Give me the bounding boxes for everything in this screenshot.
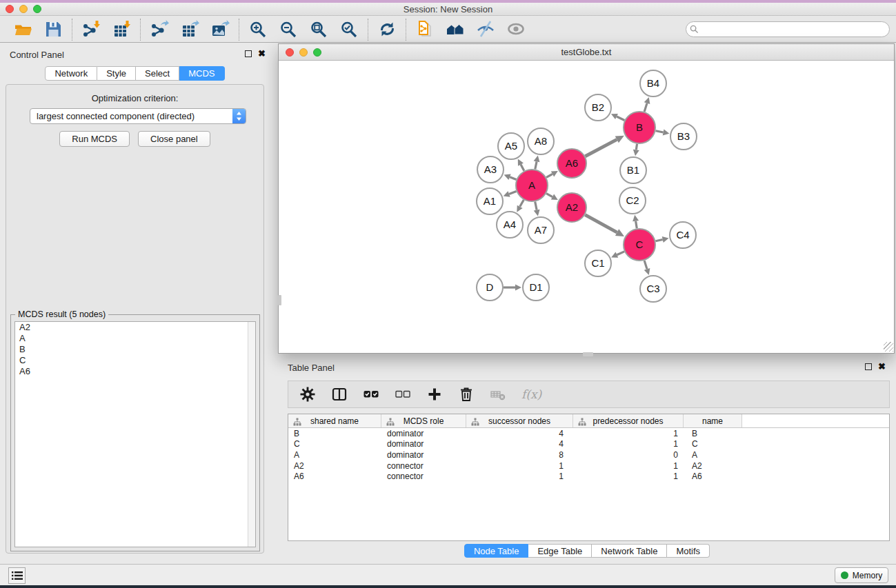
table-cell[interactable]: 1 xyxy=(573,428,684,439)
column-header-MCDS-role[interactable]: MCDS role xyxy=(381,414,466,427)
settings-icon[interactable] xyxy=(299,386,316,403)
delete-column-icon[interactable] xyxy=(458,386,475,403)
edge-A-A5[interactable] xyxy=(521,165,524,171)
optimization-criterion-select[interactable]: largest connected component (directed) xyxy=(30,108,246,124)
result-item[interactable]: B xyxy=(15,344,255,355)
table-cell[interactable]: 1 xyxy=(573,460,684,472)
column-header-successor-nodes[interactable]: successor nodes xyxy=(466,414,573,427)
edge-A-A4[interactable] xyxy=(520,200,524,207)
import-network-icon[interactable] xyxy=(80,19,102,41)
edge-C-C3[interactable] xyxy=(644,261,647,269)
table-cell[interactable]: 1 xyxy=(573,439,684,450)
edge-A-A3[interactable] xyxy=(510,177,517,180)
edge-C-C4[interactable] xyxy=(655,240,662,241)
edge-B-B2[interactable] xyxy=(617,116,624,121)
table-cell[interactable]: 1 xyxy=(466,471,573,482)
left-splitter-handle[interactable] xyxy=(278,295,281,305)
first-neighbors-icon[interactable] xyxy=(444,19,466,41)
table-cell[interactable]: A xyxy=(288,449,381,460)
column-header-shared-name[interactable]: shared name xyxy=(288,414,381,427)
export-table-icon[interactable] xyxy=(179,19,201,41)
apply-layout-icon[interactable] xyxy=(376,19,398,41)
table-row[interactable]: Adominator80A xyxy=(288,449,889,460)
edge-B-B4[interactable] xyxy=(644,103,647,112)
deselect-all-icon[interactable] xyxy=(395,386,411,403)
table-cell[interactable]: A6 xyxy=(288,471,381,482)
tab-mcds[interactable]: MCDS xyxy=(179,66,224,81)
bottom-splitter-handle[interactable] xyxy=(583,352,593,356)
result-item[interactable]: C xyxy=(15,355,255,366)
table-cell[interactable]: 1 xyxy=(573,471,684,482)
delete-table-icon[interactable] xyxy=(490,386,506,403)
tab-network-table[interactable]: Network Table xyxy=(592,544,667,558)
edge-A-A8[interactable] xyxy=(535,161,537,169)
table-row[interactable]: Cdominator41C xyxy=(288,439,889,450)
close-panel-button[interactable]: Close panel xyxy=(138,131,210,147)
table-cell[interactable]: B xyxy=(684,428,742,439)
export-network-icon[interactable] xyxy=(148,19,170,41)
table-cell[interactable]: dominator xyxy=(381,439,466,450)
edge-A-A7[interactable] xyxy=(535,202,537,210)
export-image-icon[interactable] xyxy=(209,19,231,41)
table-cell[interactable]: C xyxy=(684,439,742,450)
mcds-result-list[interactable]: A2ABCA6 xyxy=(14,321,256,547)
table-cell[interactable]: 8 xyxy=(466,449,573,460)
save-session-icon[interactable] xyxy=(42,19,64,41)
table-cell[interactable]: C xyxy=(288,439,381,450)
tab-network[interactable]: Network xyxy=(45,66,97,81)
show-all-icon[interactable] xyxy=(505,19,527,41)
edge-C-C2[interactable] xyxy=(636,221,637,229)
open-session-icon[interactable] xyxy=(12,19,34,41)
result-scrollbar[interactable] xyxy=(248,322,255,547)
network-from-selection-icon[interactable] xyxy=(414,19,436,41)
edge-B-B1[interactable] xyxy=(636,144,637,150)
zoom-in-icon[interactable] xyxy=(247,19,269,41)
tab-node-table[interactable]: Node Table xyxy=(464,544,529,558)
edge-A-A1[interactable] xyxy=(509,191,516,194)
zoom-out-icon[interactable] xyxy=(277,19,299,41)
column-selector-icon[interactable] xyxy=(331,386,348,403)
table-cell[interactable]: B xyxy=(288,428,381,439)
search-input[interactable] xyxy=(686,21,890,37)
table-cell[interactable]: A2 xyxy=(684,460,742,472)
import-table-icon[interactable] xyxy=(110,19,132,41)
table-row[interactable]: Bdominator41B xyxy=(288,428,889,439)
column-header-name[interactable]: name xyxy=(684,414,742,427)
tab-style[interactable]: Style xyxy=(97,66,136,81)
table-cell[interactable]: A xyxy=(684,449,742,460)
close-panel-icon[interactable]: ✖ xyxy=(258,50,266,58)
edge-A2-C[interactable] xyxy=(585,215,617,233)
close-table-panel-icon[interactable]: ✖ xyxy=(878,363,886,371)
table-row[interactable]: A6connector11A6 xyxy=(288,471,889,482)
zoom-selected-icon[interactable] xyxy=(338,19,360,41)
table-row[interactable]: A2connector11A2 xyxy=(288,460,889,472)
tab-edge-table[interactable]: Edge Table xyxy=(528,544,592,558)
memory-button[interactable]: Memory xyxy=(835,567,888,583)
add-column-icon[interactable] xyxy=(426,386,443,403)
hide-selected-icon[interactable] xyxy=(475,19,497,41)
float-table-panel-icon[interactable] xyxy=(865,363,872,370)
select-all-icon[interactable] xyxy=(363,386,379,403)
function-builder-button[interactable]: f(x) xyxy=(521,387,541,401)
edge-A-A2[interactable] xyxy=(546,194,552,197)
table-cell[interactable]: dominator xyxy=(381,449,466,460)
resize-grip-icon[interactable] xyxy=(884,342,893,352)
table-cell[interactable]: 4 xyxy=(466,439,573,450)
network-canvas[interactable]: B4B2BB3A5A8A6A3B1AA1C2A2A4A7C4CC1C3DD1 xyxy=(279,61,894,352)
table-cell[interactable]: connector xyxy=(381,460,466,472)
table-cell[interactable]: 0 xyxy=(573,449,684,460)
table-cell[interactable]: 1 xyxy=(466,460,573,472)
edge-C-C1[interactable] xyxy=(617,252,624,255)
table-cell[interactable]: A6 xyxy=(684,471,742,482)
tab-motifs[interactable]: Motifs xyxy=(667,544,710,558)
zoom-fit-icon[interactable] xyxy=(308,19,330,41)
float-panel-icon[interactable] xyxy=(245,50,252,57)
task-history-button[interactable] xyxy=(8,567,26,584)
table-cell[interactable]: 4 xyxy=(466,428,573,439)
edge-B-B3[interactable] xyxy=(656,131,664,132)
table-cell[interactable]: A2 xyxy=(288,460,381,472)
column-header-predecessor-nodes[interactable]: predecessor nodes xyxy=(573,414,684,427)
result-item[interactable]: A xyxy=(15,333,255,344)
edge-A-A6[interactable] xyxy=(546,174,552,177)
result-item[interactable]: A2 xyxy=(15,322,255,333)
